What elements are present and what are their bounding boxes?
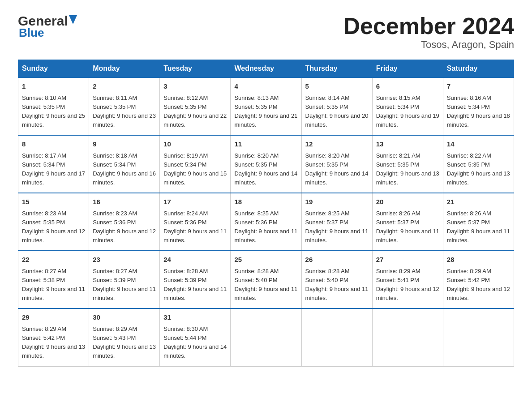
day-number: 12 — [305, 139, 369, 150]
day-number: 5 — [305, 81, 369, 92]
day-info: Sunrise: 8:28 AMSunset: 5:39 PMDaylight:… — [163, 268, 227, 301]
table-row: 16 Sunrise: 8:23 AMSunset: 5:36 PMDaylig… — [89, 193, 160, 251]
table-row — [231, 308, 301, 366]
day-info: Sunrise: 8:10 AMSunset: 5:35 PMDaylight:… — [22, 94, 85, 128]
day-info: Sunrise: 8:25 AMSunset: 5:36 PMDaylight:… — [234, 210, 297, 244]
day-number: 11 — [234, 139, 297, 150]
table-row: 17 Sunrise: 8:24 AMSunset: 5:36 PMDaylig… — [160, 193, 231, 251]
day-number: 21 — [447, 197, 510, 207]
day-number: 27 — [376, 255, 439, 265]
day-number: 19 — [305, 197, 369, 207]
table-row: 7 Sunrise: 8:16 AMSunset: 5:34 PMDayligh… — [443, 77, 514, 135]
calendar-title: December 2024 — [343, 13, 514, 39]
table-row: 2 Sunrise: 8:11 AMSunset: 5:35 PMDayligh… — [89, 77, 160, 135]
logo-blue-text: Blue — [19, 26, 44, 40]
header-wednesday: Wednesday — [231, 60, 301, 78]
table-row: 1 Sunrise: 8:10 AMSunset: 5:35 PMDayligh… — [18, 77, 89, 135]
table-row — [372, 308, 443, 366]
logo-triangle-icon — [69, 15, 77, 26]
day-info: Sunrise: 8:28 AMSunset: 5:40 PMDaylight:… — [305, 268, 369, 301]
day-number: 14 — [447, 139, 510, 150]
svg-marker-0 — [69, 15, 77, 24]
day-number: 29 — [22, 313, 85, 323]
title-block: December 2024 Tosos, Aragon, Spain — [343, 13, 514, 51]
day-number: 23 — [93, 255, 156, 265]
table-row: 21 Sunrise: 8:26 AMSunset: 5:37 PMDaylig… — [443, 193, 514, 251]
table-row: 3 Sunrise: 8:12 AMSunset: 5:35 PMDayligh… — [160, 77, 231, 135]
header-friday: Friday — [372, 60, 443, 78]
day-number: 25 — [234, 255, 297, 265]
header-monday: Monday — [89, 60, 160, 78]
day-info: Sunrise: 8:20 AMSunset: 5:35 PMDaylight:… — [234, 152, 297, 186]
table-row: 28 Sunrise: 8:29 AMSunset: 5:42 PMDaylig… — [443, 251, 514, 308]
day-number: 17 — [163, 197, 227, 207]
day-number: 16 — [93, 197, 156, 207]
table-row: 20 Sunrise: 8:26 AMSunset: 5:37 PMDaylig… — [372, 193, 443, 251]
day-info: Sunrise: 8:19 AMSunset: 5:34 PMDaylight:… — [163, 152, 227, 186]
table-row: 13 Sunrise: 8:21 AMSunset: 5:35 PMDaylig… — [372, 135, 443, 193]
header-sunday: Sunday — [18, 60, 89, 78]
table-row — [301, 308, 372, 366]
day-number: 6 — [376, 81, 439, 92]
table-row: 26 Sunrise: 8:28 AMSunset: 5:40 PMDaylig… — [301, 251, 372, 308]
calendar-week-row: 8 Sunrise: 8:17 AMSunset: 5:34 PMDayligh… — [18, 135, 514, 193]
day-info: Sunrise: 8:18 AMSunset: 5:34 PMDaylight:… — [93, 152, 156, 186]
table-row — [443, 308, 514, 366]
table-row: 6 Sunrise: 8:15 AMSunset: 5:34 PMDayligh… — [372, 77, 443, 135]
table-row: 25 Sunrise: 8:28 AMSunset: 5:40 PMDaylig… — [231, 251, 301, 308]
day-info: Sunrise: 8:27 AMSunset: 5:39 PMDaylight:… — [93, 268, 156, 301]
day-info: Sunrise: 8:30 AMSunset: 5:44 PMDaylight:… — [163, 325, 227, 359]
day-number: 15 — [22, 197, 85, 207]
day-number: 1 — [22, 81, 85, 92]
day-number: 10 — [163, 139, 227, 150]
day-number: 9 — [93, 139, 156, 150]
day-info: Sunrise: 8:20 AMSunset: 5:35 PMDaylight:… — [305, 152, 369, 186]
calendar-week-row: 22 Sunrise: 8:27 AMSunset: 5:38 PMDaylig… — [18, 251, 514, 308]
page-header: General Blue December 2024 Tosos, Aragon… — [18, 13, 514, 51]
day-info: Sunrise: 8:17 AMSunset: 5:34 PMDaylight:… — [22, 152, 85, 186]
table-row: 23 Sunrise: 8:27 AMSunset: 5:39 PMDaylig… — [89, 251, 160, 308]
table-row: 24 Sunrise: 8:28 AMSunset: 5:39 PMDaylig… — [160, 251, 231, 308]
table-row: 4 Sunrise: 8:13 AMSunset: 5:35 PMDayligh… — [231, 77, 301, 135]
header-thursday: Thursday — [301, 60, 372, 78]
table-row: 9 Sunrise: 8:18 AMSunset: 5:34 PMDayligh… — [89, 135, 160, 193]
table-row: 30 Sunrise: 8:29 AMSunset: 5:43 PMDaylig… — [89, 308, 160, 366]
table-row: 31 Sunrise: 8:30 AMSunset: 5:44 PMDaylig… — [160, 308, 231, 366]
header-tuesday: Tuesday — [160, 60, 231, 78]
day-info: Sunrise: 8:22 AMSunset: 5:35 PMDaylight:… — [447, 152, 510, 186]
table-row: 22 Sunrise: 8:27 AMSunset: 5:38 PMDaylig… — [18, 251, 89, 308]
day-info: Sunrise: 8:13 AMSunset: 5:35 PMDaylight:… — [234, 94, 297, 128]
day-info: Sunrise: 8:26 AMSunset: 5:37 PMDaylight:… — [376, 210, 439, 244]
table-row: 18 Sunrise: 8:25 AMSunset: 5:36 PMDaylig… — [231, 193, 301, 251]
day-number: 20 — [376, 197, 439, 207]
table-row: 12 Sunrise: 8:20 AMSunset: 5:35 PMDaylig… — [301, 135, 372, 193]
day-info: Sunrise: 8:29 AMSunset: 5:43 PMDaylight:… — [93, 325, 156, 359]
table-row: 19 Sunrise: 8:25 AMSunset: 5:37 PMDaylig… — [301, 193, 372, 251]
table-row: 15 Sunrise: 8:23 AMSunset: 5:35 PMDaylig… — [18, 193, 89, 251]
day-number: 8 — [22, 139, 85, 150]
day-number: 31 — [163, 313, 227, 323]
table-row: 10 Sunrise: 8:19 AMSunset: 5:34 PMDaylig… — [160, 135, 231, 193]
day-number: 7 — [447, 81, 510, 92]
day-number: 13 — [376, 139, 439, 150]
calendar-week-row: 1 Sunrise: 8:10 AMSunset: 5:35 PMDayligh… — [18, 77, 514, 135]
day-info: Sunrise: 8:23 AMSunset: 5:35 PMDaylight:… — [22, 210, 85, 244]
day-number: 24 — [163, 255, 227, 265]
day-number: 22 — [22, 255, 85, 265]
table-row: 29 Sunrise: 8:29 AMSunset: 5:42 PMDaylig… — [18, 308, 89, 366]
day-info: Sunrise: 8:15 AMSunset: 5:34 PMDaylight:… — [376, 94, 439, 128]
table-row: 14 Sunrise: 8:22 AMSunset: 5:35 PMDaylig… — [443, 135, 514, 193]
day-info: Sunrise: 8:23 AMSunset: 5:36 PMDaylight:… — [93, 210, 156, 244]
day-number: 2 — [93, 81, 156, 92]
day-info: Sunrise: 8:11 AMSunset: 5:35 PMDaylight:… — [93, 94, 156, 128]
day-info: Sunrise: 8:26 AMSunset: 5:37 PMDaylight:… — [447, 210, 510, 244]
logo: General Blue — [18, 13, 77, 40]
day-number: 3 — [163, 81, 227, 92]
day-info: Sunrise: 8:29 AMSunset: 5:42 PMDaylight:… — [447, 268, 510, 301]
table-row: 8 Sunrise: 8:17 AMSunset: 5:34 PMDayligh… — [18, 135, 89, 193]
calendar-table: Sunday Monday Tuesday Wednesday Thursday… — [18, 60, 514, 366]
calendar-subtitle: Tosos, Aragon, Spain — [343, 39, 514, 51]
header-saturday: Saturday — [443, 60, 514, 78]
day-number: 30 — [93, 313, 156, 323]
calendar-week-row: 15 Sunrise: 8:23 AMSunset: 5:35 PMDaylig… — [18, 193, 514, 251]
